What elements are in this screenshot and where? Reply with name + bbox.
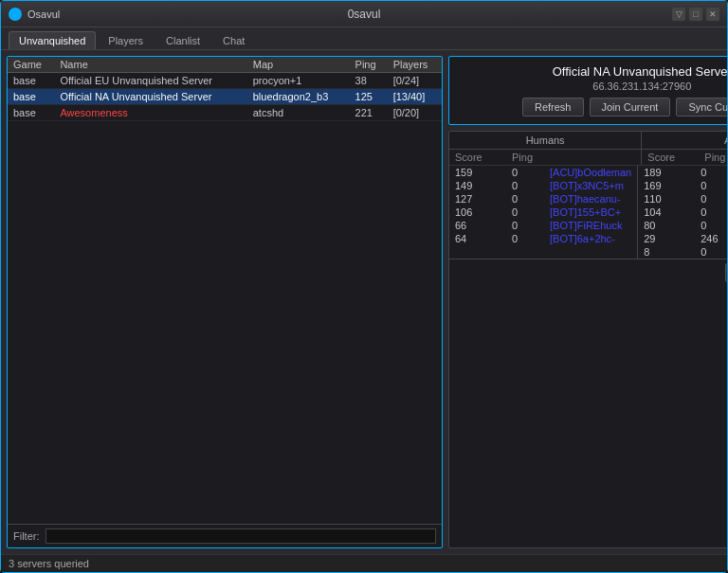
human-ping: 0 [512,167,550,178]
alien-score: 8 [644,246,701,258]
alien-ping: 0 [701,167,727,178]
human-name: [BOT]155+BC+ [550,206,631,218]
tab-clanlist[interactable]: Clanlist [155,31,210,49]
server-name: Awesomeness [54,105,246,121]
window-controls: ▽ □ ✕ [672,8,719,21]
server-game: base [8,105,54,121]
human-score: 159 [455,167,512,178]
human-name: [BOT]haecanu- [550,193,631,205]
server-ping: 125 [350,89,388,105]
human-ping: 0 [512,180,550,191]
alien-ping: 0 [701,220,727,231]
status-bar: 3 servers queried [1,554,727,572]
server-detail-name: Official NA Unvanquished Server [457,64,727,79]
spectators-bar: Show Spectators [449,259,727,286]
alien-score: 29 [644,233,701,244]
filter-label: Filter: [13,530,40,542]
alien-player-row: 29 246 Tutuz [638,232,727,245]
server-map: bluedragon2_b3 [247,89,350,105]
app-icon [9,8,22,21]
server-map: atcshd [247,105,350,121]
sync-button[interactable]: Sync Current [676,98,727,116]
tab-chat[interactable]: Chat [212,31,255,49]
alien-score: 110 [644,193,701,205]
human-name: [BOT]x3NC5+m [550,180,631,191]
human-player-row: 106 0 [BOT]155+BC+ [449,206,637,219]
server-name: Official EU Unvanquished Server [54,73,246,89]
filter-bar: Filter: [8,524,442,547]
alien-ping: 0 [701,206,727,218]
alien-score: 80 [644,220,701,231]
aliens-score-col: Score [647,152,704,163]
alien-score: 169 [644,180,701,191]
humans-header: Humans [449,132,642,149]
human-ping: 0 [512,193,550,205]
server-row[interactable]: base Official EU Unvanquished Server pro… [8,73,442,89]
main-window: Osavul 0savul ▽ □ ✕ Unvanquished Players… [0,0,728,573]
human-player-row: 149 0 [BOT]x3NC5+m [449,179,637,192]
human-player-row: 66 0 [BOT]FiREhuck [449,219,637,232]
tab-unvanquished[interactable]: Unvanquished [9,31,96,49]
col-name: Name [54,57,246,73]
server-detail-buttons: Refresh Join Current Sync Current [457,98,727,116]
col-map: Map [247,57,350,73]
close-button[interactable]: ✕ [706,8,719,21]
maximize-button[interactable]: □ [689,8,702,21]
alien-score: 104 [644,206,701,218]
alien-player-row: 189 0 [BOT]xXcoolguyfXx [638,166,727,179]
human-score: 127 [455,193,512,205]
alien-ping: 246 [701,233,727,244]
show-spectators-button[interactable]: Show Spectators [725,263,727,282]
humans-name-col [550,152,635,163]
server-ping: 38 [350,73,388,89]
app-name-label: Osavul [27,9,60,20]
minimize-button[interactable]: ▽ [672,8,685,21]
col-ping: Ping [350,57,388,73]
players-panel: Humans Aliens Score Ping Score Ping [448,131,727,548]
main-content: Game Name Map Ping Players base Official… [1,50,727,554]
human-ping: 0 [512,220,550,231]
server-ping: 221 [350,105,388,121]
server-row[interactable]: base Awesomeness atcshd 221 [0/20] [8,105,442,121]
server-list-panel: Game Name Map Ping Players base Official… [7,56,443,548]
tabs-bar: Unvanquished Players Clanlist Chat [1,27,727,50]
human-score: 64 [455,233,512,244]
server-game: base [8,73,54,89]
human-name: [BOT]FiREhuck [550,220,631,231]
human-player-row: 127 0 [BOT]haecanu- [449,192,637,206]
server-players: [13/40] [388,89,442,105]
alien-ping: 0 [701,193,727,205]
tab-players[interactable]: Players [98,31,154,49]
alien-score: 189 [644,167,701,178]
server-name: Official NA Unvanquished Server [54,89,246,105]
aliens-column: 189 0 [BOT]xXcoolguyfXx 169 0 [BOT]liver… [638,166,727,259]
humans-column: 159 0 [ACU]bOodleman 149 0 [BOT]x3NC5+m … [449,166,638,259]
filter-input[interactable] [46,528,437,544]
server-game: base [8,89,54,105]
server-table[interactable]: Game Name Map Ping Players base Official… [8,57,442,524]
human-player-row [449,245,637,247]
title-bar-left: Osavul [9,8,60,21]
alien-ping: 0 [701,246,727,258]
join-button[interactable]: Join Current [590,98,671,116]
server-row[interactable]: base Official NA Unvanquished Server blu… [8,89,442,105]
col-players: Players [388,57,442,73]
alien-player-row: 110 0 [BOT]KILLER [638,192,727,206]
human-name: [BOT]6a+2hc- [550,233,631,244]
col-game: Game [8,57,54,73]
alien-ping: 0 [701,180,727,191]
refresh-button[interactable]: Refresh [522,98,584,116]
human-score: 66 [455,220,512,231]
server-map: procyon+1 [247,73,350,89]
alien-player-row: 169 0 [BOT]liver [638,179,727,192]
right-panel: Official NA Unvanquished Server 66.36.23… [448,56,727,548]
human-player-row: 159 0 [ACU]bOodleman [449,166,637,179]
human-player-row: 64 0 [BOT]6a+2hc- [449,232,637,245]
server-detail: Official NA Unvanquished Server 66.36.23… [448,56,727,125]
humans-score-col: Score [455,152,512,163]
human-score: 149 [455,180,512,191]
server-detail-ip: 66.36.231.134:27960 [457,81,727,92]
human-ping: 0 [512,233,550,244]
human-name: [ACU]bOodleman [550,167,631,178]
alien-player-row: 8 0 [NOT]dp2rip [638,245,727,259]
